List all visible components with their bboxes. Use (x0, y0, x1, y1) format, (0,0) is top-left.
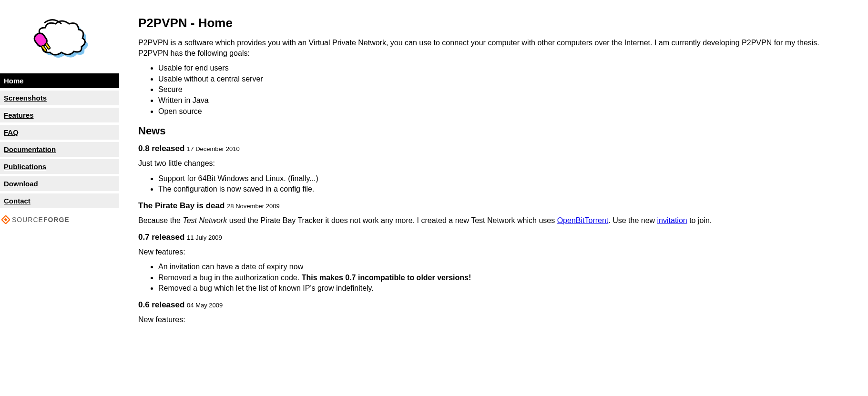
changes-list: Support for 64Bit Windows and Linux. (fi… (138, 173, 848, 194)
nav-contact[interactable]: Contact (0, 193, 119, 208)
news-item-lead: New features: (138, 315, 848, 325)
logo-container (0, 5, 119, 73)
nav-screenshots[interactable]: Screenshots (0, 91, 119, 105)
openbittorrent-link[interactable]: OpenBitTorrent (557, 216, 609, 224)
nav-documentation[interactable]: Documentation (0, 142, 119, 157)
page-title: P2PVPN - Home (138, 16, 848, 30)
main-content: P2PVPN - Home P2PVPN is a software which… (119, 0, 863, 344)
news-item-title: 0.6 released 04 May 2009 (138, 300, 848, 310)
nav-publications[interactable]: Publications (0, 159, 119, 174)
nav-download[interactable]: Download (0, 176, 119, 191)
emphasis-text: Test Network (183, 216, 227, 224)
svg-rect-4 (4, 218, 7, 221)
news-item-date: 11 July 2009 (187, 234, 222, 241)
list-item: Support for 64Bit Windows and Linux. (fi… (158, 173, 848, 184)
nav-faq[interactable]: FAQ (0, 125, 119, 140)
sidebar: Home Screenshots Features FAQ Documentat… (0, 0, 119, 344)
sourceforge-icon (1, 215, 10, 224)
news-item-lead: Just two little changes: (138, 158, 848, 169)
nav-home[interactable]: Home (0, 73, 119, 88)
sourceforge-badge[interactable]: SOURCEFORGE (0, 211, 119, 231)
intro-paragraph: P2PVPN is a software which provides you … (138, 38, 848, 58)
news-item-date: 17 December 2010 (187, 145, 240, 152)
news-item-date: 28 November 2009 (227, 203, 280, 210)
news-item-title: 0.7 released 11 July 2009 (138, 233, 848, 242)
goals-list: Usable for end users Usable without a ce… (138, 63, 848, 116)
list-item: Secure (158, 84, 848, 95)
news-item-title: The Pirate Bay is dead 28 November 2009 (138, 201, 848, 211)
changes-list: An invitation can have a date of expiry … (138, 262, 848, 294)
news-item-paragraph: Because the Test Network used the Pirate… (138, 215, 848, 226)
news-heading: News (138, 125, 848, 137)
app-logo-icon (26, 14, 93, 66)
news-item-date: 04 May 2009 (187, 302, 223, 309)
list-item: Removed a bug in the authorization code.… (158, 273, 848, 283)
list-item: Usable without a central server (158, 74, 848, 84)
news-item-title: 0.8 released 17 December 2010 (138, 144, 848, 153)
nav-features[interactable]: Features (0, 108, 119, 122)
strong-text: This makes 0.7 incompatible to older ver… (302, 274, 471, 282)
news-item-lead: New features: (138, 247, 848, 257)
list-item: Written in Java (158, 95, 848, 106)
list-item: The configuration is now saved in a conf… (158, 184, 848, 194)
list-item: An invitation can have a date of expiry … (158, 262, 848, 272)
list-item: Open source (158, 106, 848, 117)
sourceforge-text: SOURCEFORGE (12, 216, 70, 223)
invitation-link[interactable]: invitation (657, 216, 687, 224)
list-item: Usable for end users (158, 63, 848, 73)
list-item: Removed a bug which let the list of know… (158, 283, 848, 294)
